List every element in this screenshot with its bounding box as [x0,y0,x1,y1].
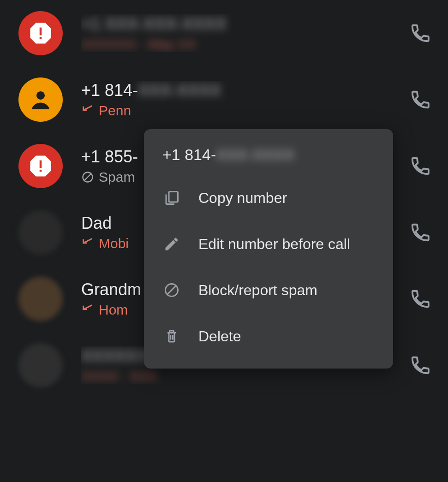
spam-avatar [18,11,63,55]
svg-rect-3 [40,161,42,168]
svg-rect-1 [40,37,42,39]
phone-icon [410,222,431,243]
phone-icon [410,89,431,110]
call-row-main: +1 XXX-XXX-XXXX XXXXXX · May XX [81,14,398,52]
contact-photo-avatar [18,277,63,321]
context-menu: +1 814-XXX-XXXX Copy number Edit number … [144,129,393,369]
call-subtitle: XXXXXX · May XX [81,36,398,52]
context-menu-title: +1 814-XXX-XXXX [144,146,393,175]
svg-point-2 [36,91,45,100]
call-row[interactable]: +1 XXX-XXX-XXXX XXXXXX · May XX [0,0,448,66]
block-icon [162,281,181,299]
block-icon [81,171,94,184]
call-title: +1 XXX-XXX-XXXX [81,14,398,34]
call-subtitle: Pennsylvania · May 12 [81,103,398,119]
svg-line-6 [84,174,91,180]
copy-icon [162,189,181,207]
call-subtitle: XXXX · XXX [81,369,398,384]
svg-rect-4 [40,170,42,172]
missed-call-icon [81,104,94,117]
phone-icon [410,155,431,177]
person-avatar [18,77,63,122]
phone-icon [410,23,431,44]
svg-rect-7 [169,192,178,202]
contact-photo-avatar [18,210,63,255]
svg-rect-0 [40,28,42,36]
menu-item-copy-number[interactable]: Copy number [144,175,393,221]
pencil-icon [162,235,181,253]
call-button[interactable] [407,286,433,312]
menu-item-delete[interactable]: Delete [144,313,393,359]
menu-item-block-spam[interactable]: Block/report spam [144,267,393,313]
missed-call-icon [81,303,94,316]
trash-icon [162,327,181,345]
alert-octagon-icon [28,21,53,46]
call-button[interactable] [407,87,433,113]
call-row-main: +1 814-XXX-XXXX Pennsylvania · May 12 [81,81,398,119]
person-icon [26,85,55,114]
missed-call-icon [81,237,94,250]
call-button[interactable] [407,220,433,245]
svg-line-9 [167,286,176,294]
call-button[interactable] [407,153,433,179]
call-button[interactable] [407,352,433,378]
alert-octagon-icon [28,154,53,179]
menu-item-label: Block/report spam [198,282,317,299]
menu-item-label: Edit number before call [198,236,350,253]
menu-item-label: Delete [198,328,241,345]
call-row[interactable]: +1 814-XXX-XXXX Pennsylvania · May 12 [0,66,448,133]
phone-icon [410,288,431,309]
menu-item-edit-number[interactable]: Edit number before call [144,221,393,267]
phone-icon [410,355,431,376]
call-title: +1 814-XXX-XXXX [81,81,398,100]
spam-avatar [18,144,63,188]
contact-photo-avatar [18,343,63,387]
menu-item-label: Copy number [198,190,287,207]
call-button[interactable] [407,20,433,46]
